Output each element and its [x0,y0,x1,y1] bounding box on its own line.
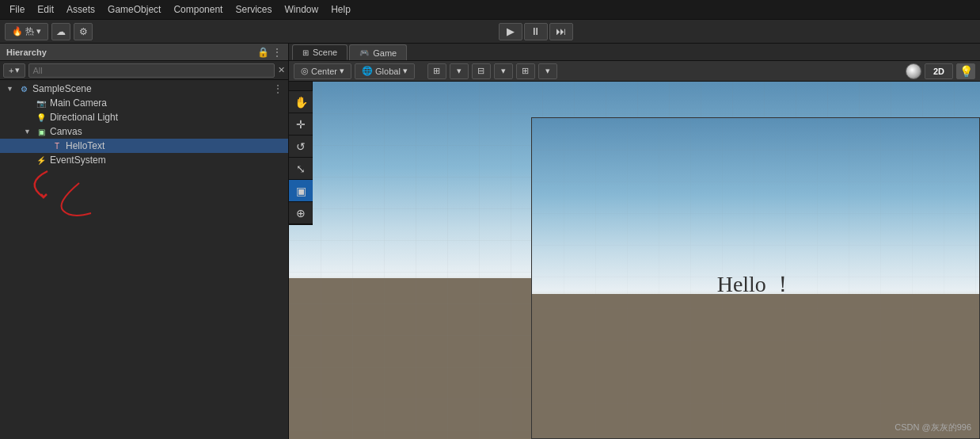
menu-file[interactable]: File [3,2,31,17]
step-button[interactable]: ⏭ [549,23,573,40]
center-dropdown: ▾ [340,66,344,76]
lock-icon[interactable]: 🔒 [257,47,269,58]
tree-item-canvas[interactable]: ▼ ▣ Canvas [0,124,288,139]
hierarchy-title: Hierarchy [6,48,47,57]
scene-tab-icon: ⊞ [302,48,309,57]
scene-light-sphere[interactable] [906,63,921,79]
tree-label-directional-light: Directional Light [50,112,118,123]
hello-text: Hello ！ [717,269,794,300]
global-dropdown: ▾ [403,66,408,76]
lighting-btn[interactable]: 💡 [956,63,975,79]
dropdown-arrow: ▾ [36,26,41,36]
search-clear-icon[interactable]: ✕ [278,65,285,75]
tool-palette: ✋ ✛ ↺ ⤡ ▣ ⊕ [289,82,313,225]
tree-item-samplescene[interactable]: ▼ ⚙ SampleScene ⋮ [0,82,288,96]
hotkey-btn[interactable]: 🔥 热 ▾ [5,23,48,40]
game-canvas: Hello ！ CSDN @灰灰的996 [531,117,980,439]
global-btn[interactable]: 🌐 Global ▾ [355,63,415,79]
tree-label-samplescene: SampleScene [32,83,92,94]
scene-tab-label: Scene [313,48,337,57]
canvas-icon: ▣ [35,125,47,138]
menu-component[interactable]: Component [167,2,229,17]
move-tool-btn[interactable]: ✛ [289,113,313,136]
plus-icon: + [9,66,13,75]
tree-item-main-camera[interactable]: 📷 Main Camera [0,96,288,110]
csdn-watermark: CSDN @灰灰的996 [895,422,971,433]
right-panel: ⊞ Scene 🎮 Game ◎ Center ▾ 🌐 Global ▾ ⊞ ▾ [289,44,980,439]
tree-arrow-samplescene: ▼ [6,85,17,93]
pause-button[interactable]: ⏸ [524,23,548,40]
light-icon: 💡 [35,111,47,124]
tree-label-canvas: Canvas [50,126,82,137]
tab-scene[interactable]: ⊞ Scene [292,44,348,60]
add-object-button[interactable]: + ▾ [3,63,25,78]
cloud-btn[interactable]: ☁ [51,23,70,40]
play-controls: ▶ ⏸ ⏭ [499,23,573,40]
scene-icon: ⚙ [17,82,30,95]
game-tab-label: Game [373,48,397,58]
rect-tool-btn[interactable]: ▣ [289,180,313,202]
play-button[interactable]: ▶ [499,23,522,40]
center-btn[interactable]: ◎ Center ▾ [294,63,351,79]
hierarchy-content: ▼ ⚙ SampleScene ⋮ 📷 Main Camera 💡 Direct… [0,80,288,439]
tree-item-eventsystem[interactable]: ⚡ EventSystem [0,153,288,167]
hierarchy-header-icons: 🔒 ⋮ [257,47,282,58]
menu-assets[interactable]: Assets [60,2,101,17]
settings-btn[interactable]: ⚙ [74,23,93,40]
text-icon: T [51,139,63,152]
menu-services[interactable]: Services [229,2,278,17]
hierarchy-header: Hierarchy 🔒 ⋮ [0,44,288,61]
dropdown-icon: ▾ [15,65,20,75]
tree-label-hellotext: HelloText [66,140,104,151]
snap-btn[interactable]: ⊟ [472,63,491,79]
fire-icon: 🔥 [12,26,23,36]
scene-toolbar: ◎ Center ▾ 🌐 Global ▾ ⊞ ▾ ⊟ ▾ ⊞ ▾ 2D 💡 [289,61,980,82]
tree-item-directional-light[interactable]: 💡 Directional Light [0,110,288,124]
2d-toggle-btn[interactable]: 2D [925,63,953,79]
scene-view[interactable]: ✋ ✛ ↺ ⤡ ▣ ⊕ [289,82,980,439]
menu-window[interactable]: Window [278,2,325,17]
tab-game[interactable]: 🎮 Game [349,44,407,60]
toolbar: 🔥 热 ▾ ☁ ⚙ ▶ ⏸ ⏭ [0,20,980,44]
scale-tool-btn[interactable]: ⤡ [289,158,313,180]
hierarchy-toolbar: + ▾ ✕ [0,61,288,80]
grid-toggle-btn[interactable]: ⊞ [427,63,446,79]
camera-icon: 📷 [35,97,47,109]
grid-toggle-btn2[interactable]: ▾ [450,63,469,79]
tree-item-hellotext[interactable]: T HelloText [0,139,288,153]
palette-header [289,82,312,91]
rotate-tool-btn[interactable]: ↺ [289,136,313,158]
scene-tabs: ⊞ Scene 🎮 Game [289,44,980,61]
overlay-btn[interactable]: ⊞ [516,63,535,79]
global-icon: 🌐 [362,66,373,76]
tree-label-main-camera: Main Camera [50,97,107,109]
main-layout: Hierarchy 🔒 ⋮ + ▾ ✕ ▼ ⚙ SampleScene ⋮ [0,44,980,439]
hierarchy-panel: Hierarchy 🔒 ⋮ + ▾ ✕ ▼ ⚙ SampleScene ⋮ [0,44,289,439]
tree-arrow-canvas: ▼ [24,128,35,136]
overlay-btn2[interactable]: ▾ [538,63,557,79]
menu-edit[interactable]: Edit [31,2,60,17]
system-icon: ⚡ [35,154,47,166]
more-icon[interactable]: ⋮ [272,47,282,58]
menu-gameobject[interactable]: GameObject [101,2,167,17]
snap-btn2[interactable]: ▾ [494,63,513,79]
search-input[interactable] [28,63,275,78]
menu-help[interactable]: Help [325,2,357,17]
game-canvas-ground [532,294,979,438]
tree-dots-samplescene[interactable]: ⋮ [272,82,283,95]
transform-tool-btn[interactable]: ⊕ [289,202,313,224]
menu-bar: File Edit Assets GameObject Component Se… [0,0,980,20]
tree-label-eventsystem: EventSystem [50,155,106,166]
game-tab-icon: 🎮 [359,48,369,57]
center-icon: ◎ [301,66,309,76]
hand-tool-btn[interactable]: ✋ [289,91,313,113]
